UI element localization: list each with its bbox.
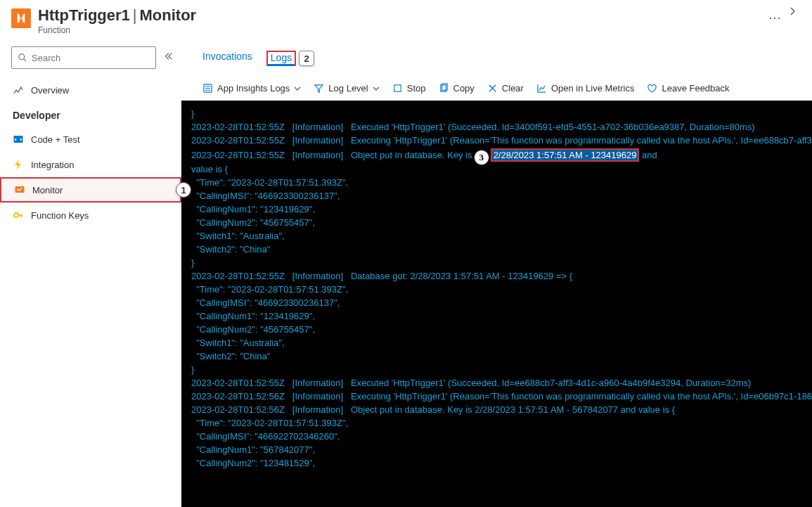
live-metrics-button[interactable]: Open in Live Metrics: [536, 83, 635, 94]
highlighted-key: 2/28/2023 1:57:51 AM - 123419629: [491, 148, 640, 162]
callout-2: 2: [299, 51, 314, 66]
svg-point-5: [14, 213, 18, 217]
heart-icon: [647, 83, 657, 94]
chevron-down-icon: [294, 85, 301, 92]
svg-rect-10: [394, 85, 401, 91]
close-icon[interactable]: [781, 6, 801, 20]
svg-point-0: [20, 18, 22, 19]
feedback-button[interactable]: Leave Feedback: [647, 83, 729, 94]
key-icon: [13, 210, 24, 221]
svg-point-1: [19, 54, 25, 60]
toolbar: App Insights Logs Log Level Stop Copy Cl…: [181, 66, 812, 101]
sidebar: Overview Developer Code + Test Integrati…: [0, 38, 181, 507]
tab-invocations[interactable]: Invocations: [202, 51, 252, 66]
page-title: HttpTrigger1|Monitor: [38, 6, 763, 25]
overview-icon: [13, 84, 24, 96]
clear-icon: [487, 83, 498, 94]
search-input[interactable]: [11, 46, 156, 69]
svg-line-2: [24, 59, 27, 62]
clear-button[interactable]: Clear: [487, 83, 524, 94]
collapse-sidebar-icon[interactable]: [163, 51, 173, 64]
sidebar-section-developer: Developer: [0, 103, 181, 127]
app-insights-button[interactable]: App Insights Logs: [202, 83, 301, 94]
sidebar-item-label: Code + Test: [31, 134, 80, 145]
search-icon: [18, 53, 27, 63]
tab-bar: Invocations Logs 2: [181, 38, 812, 66]
sidebar-item-label: Monitor: [32, 185, 63, 195]
copy-icon: [439, 83, 449, 94]
sidebar-item-function-keys[interactable]: Function Keys: [0, 203, 181, 228]
more-menu[interactable]: ⋯: [768, 10, 781, 25]
callout-1: 1: [176, 182, 191, 198]
tab-logs[interactable]: Logs: [266, 51, 296, 66]
sidebar-item-code-test[interactable]: Code + Test: [0, 127, 181, 152]
sidebar-item-monitor[interactable]: Monitor: [0, 177, 181, 203]
code-icon: [13, 134, 24, 145]
sidebar-item-label: Overview: [31, 85, 69, 96]
sidebar-item-label: Function Keys: [31, 210, 89, 221]
list-icon: [202, 83, 213, 94]
stop-icon: [392, 83, 403, 94]
callout-3: 3: [474, 150, 489, 165]
log-console[interactable]: } 2023-02-28T01:52:55Z [Information] Exe…: [181, 101, 812, 507]
sidebar-item-overview[interactable]: Overview: [0, 77, 181, 103]
svg-rect-4: [15, 186, 25, 193]
chevron-down-icon: [373, 85, 380, 92]
log-text-post: and value is { "Time": "2023-02-28T01:57…: [191, 150, 812, 468]
sidebar-item-label: Integration: [31, 160, 74, 170]
chart-icon: [536, 83, 547, 94]
sidebar-item-integration[interactable]: Integration: [0, 152, 181, 177]
lightning-icon: [13, 159, 24, 170]
page-subtitle: Function: [38, 25, 763, 35]
log-level-button[interactable]: Log Level: [314, 83, 379, 94]
filter-icon: [314, 83, 324, 94]
copy-button[interactable]: Copy: [439, 83, 475, 94]
function-icon: [11, 8, 31, 28]
stop-button[interactable]: Stop: [392, 83, 426, 94]
monitor-icon: [14, 184, 25, 195]
